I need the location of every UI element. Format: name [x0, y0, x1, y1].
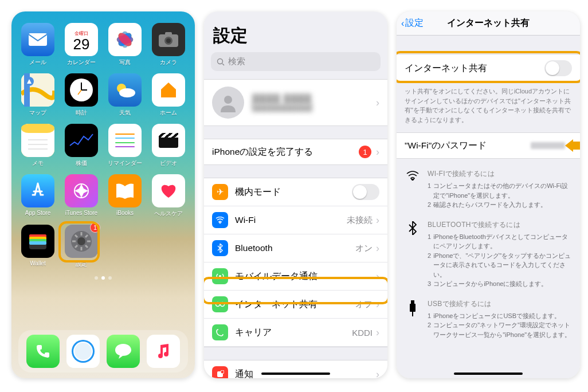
health-icon — [152, 174, 185, 207]
app-label: iTunes Store — [65, 210, 97, 216]
row-value: オフ — [355, 299, 373, 310]
row-hotspot-toggle[interactable]: インターネット共有 — [397, 54, 580, 83]
row-label: インターネット共有 — [235, 299, 355, 311]
photos-icon — [108, 23, 142, 56]
app-appstore[interactable]: App Store — [18, 174, 57, 218]
dock — [18, 330, 188, 373]
app-wallet[interactable]: Wallet — [18, 225, 57, 268]
svg-point-47 — [224, 96, 232, 104]
svg-rect-59 — [410, 304, 415, 312]
app-stocks[interactable]: 株価 — [62, 124, 101, 167]
app-label: メモ — [32, 159, 44, 167]
row-label: インターネット共有 — [405, 62, 544, 75]
row-hotspot[interactable]: インターネット共有 オフ › — [204, 291, 387, 319]
app-notes[interactable]: メモ — [18, 124, 57, 167]
notes-icon — [21, 124, 54, 157]
app-maps[interactable]: マップ — [18, 73, 57, 117]
row-wifi[interactable]: Wi-Fi 未接続 › — [204, 206, 387, 234]
row-profile[interactable]: ████ ████ ████████████ › — [204, 80, 387, 126]
row-value: 未接続 — [347, 215, 373, 226]
app-label: Wallet — [30, 260, 45, 266]
app-camera[interactable]: カメラ — [149, 23, 188, 66]
home-indicator — [261, 373, 330, 375]
app-settings[interactable]: 1 設定 — [62, 225, 101, 268]
app-label: 設定 — [76, 260, 87, 268]
badge: 1 — [359, 146, 371, 158]
chevron-icon: › — [376, 146, 379, 158]
svg-rect-10 — [165, 32, 172, 36]
instr-title: BLUETOOTHで接続するには — [428, 220, 572, 230]
row-carrier[interactable]: キャリア KDDI › — [204, 319, 387, 347]
ibooks-icon — [108, 174, 142, 207]
airplane-toggle[interactable] — [352, 184, 379, 200]
stocks-icon — [65, 124, 98, 157]
app-mail[interactable]: メール — [18, 23, 57, 66]
home-screen-panel: メール 金曜日 29 カレンダー — [11, 11, 195, 378]
clock-icon — [65, 73, 98, 107]
arrow-marker — [565, 139, 580, 152]
page-dots — [18, 276, 188, 280]
app-label: ホーム — [160, 109, 177, 117]
app-label: カメラ — [160, 58, 177, 66]
chevron-icon: › — [376, 327, 379, 339]
app-weather[interactable]: 天気 — [105, 73, 144, 117]
row-value: KDDI — [352, 328, 373, 338]
carrier-icon — [212, 324, 228, 340]
dock-safari[interactable] — [66, 335, 100, 368]
instr-title: USBで接続するには — [428, 299, 572, 309]
settings-title: 設定 — [204, 11, 387, 52]
app-label: リマインダー — [108, 159, 142, 167]
instr-wifi: WI-FIで接続するには 1コンピュータまたはその他のデバイスのWi-Fi設定で… — [397, 167, 580, 218]
row-label: Wi-Fi — [235, 215, 347, 225]
svg-point-20 — [119, 88, 135, 97]
chevron-icon: › — [376, 242, 379, 254]
app-ibooks[interactable]: iBooks — [105, 174, 144, 218]
dock-messages[interactable] — [107, 335, 140, 368]
row-label: "Wi-Fi"のパスワード — [405, 140, 531, 152]
app-photos[interactable]: 写真 — [105, 23, 144, 66]
search-icon — [217, 58, 225, 66]
dock-music[interactable] — [147, 335, 180, 368]
avatar — [212, 87, 244, 119]
app-clock[interactable]: 時計 — [62, 73, 101, 117]
appstore-icon — [21, 174, 54, 207]
app-label: ヘルスケア — [154, 210, 183, 218]
app-videos[interactable]: ビデオ — [149, 124, 188, 167]
row-setup[interactable]: iPhoneの設定を完了する 1 › — [204, 139, 387, 164]
search-field[interactable]: 検索 — [211, 52, 381, 71]
dock-phone[interactable] — [26, 335, 60, 368]
svg-point-57 — [411, 178, 413, 180]
row-notifications[interactable]: 通知 › — [204, 360, 387, 378]
svg-rect-22 — [21, 124, 54, 133]
wifi-icon — [405, 169, 421, 210]
row-bluetooth[interactable]: Bluetooth オン › — [204, 234, 387, 262]
svg-point-50 — [221, 303, 225, 307]
svg-point-45 — [218, 58, 223, 64]
app-calendar[interactable]: 金曜日 29 カレンダー — [62, 23, 101, 66]
back-button[interactable]: ‹ 設定 — [401, 17, 424, 29]
app-health[interactable]: ヘルスケア — [149, 174, 188, 218]
nav-title: インターネット共有 — [447, 17, 530, 29]
row-cellular[interactable]: モバイルデータ通信 › — [204, 262, 387, 291]
app-label: カレンダー — [67, 58, 96, 66]
svg-point-44 — [75, 343, 92, 360]
svg-point-33 — [77, 237, 85, 245]
row-wifi-password[interactable]: "Wi-Fi"のパスワード › — [397, 133, 580, 158]
chevron-icon: › — [376, 97, 379, 109]
wallet-icon — [21, 225, 54, 258]
row-label: モバイルデータ通信 — [235, 271, 376, 283]
app-itunes[interactable]: iTunes Store — [62, 174, 101, 218]
chevron-icon: › — [376, 214, 379, 226]
badge: 1 — [90, 222, 100, 233]
svg-rect-58 — [411, 300, 414, 304]
app-reminders[interactable]: リマインダー — [105, 124, 144, 167]
row-airplane[interactable]: ✈ 機内モード — [204, 178, 387, 206]
settings-panel: 設定 検索 ████ ████ ████████████ › iPhoneの設定… — [204, 11, 387, 378]
hotspot-toggle[interactable] — [544, 60, 572, 76]
chevron-icon: › — [376, 271, 379, 283]
svg-line-46 — [222, 64, 224, 65]
cellular-icon — [212, 268, 228, 284]
app-home[interactable]: ホーム — [149, 73, 188, 117]
calendar-icon: 金曜日 29 — [65, 23, 98, 56]
notifications-icon — [212, 366, 228, 378]
